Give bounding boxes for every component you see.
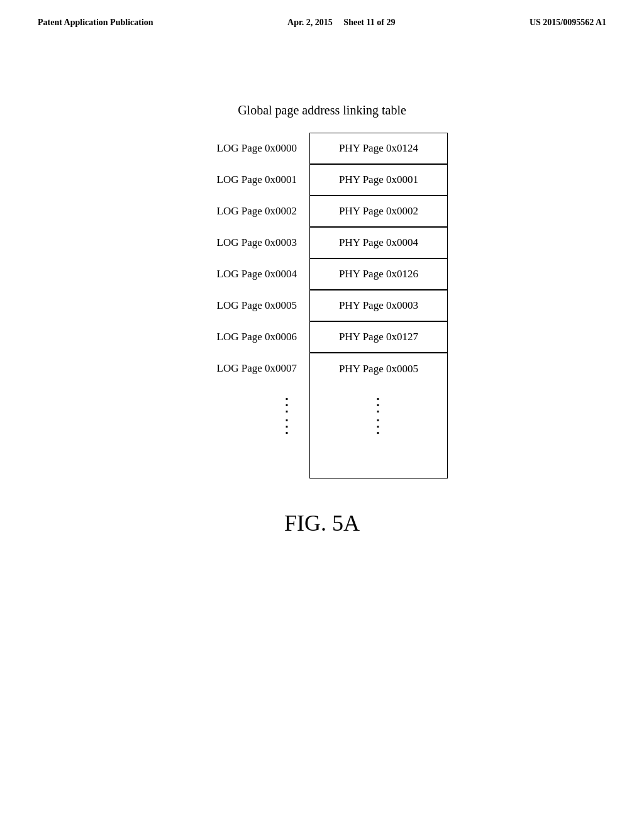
phy-cell: PHY Page 0x0003 — [309, 290, 448, 321]
phy-cell: PHY Page 0x0005 — [309, 353, 448, 384]
dots-left: ⋮⋮ — [278, 394, 297, 436]
table-row: LOG Page 0x0006PHY Page 0x0127 — [171, 321, 473, 353]
table-bottom-border — [171, 447, 473, 460]
phy-cell: PHY Page 0x0001 — [309, 164, 448, 196]
page-header: Patent Application Publication Apr. 2, 2… — [0, 0, 644, 28]
table-row: LOG Page 0x0007PHY Page 0x0005 — [171, 353, 473, 384]
table-title: Global page address linking table — [238, 103, 406, 118]
linking-table: LOG Page 0x0000PHY Page 0x0124LOG Page 0… — [171, 133, 473, 460]
header-date-sheet: Apr. 2, 2015 Sheet 11 of 29 — [287, 18, 395, 28]
header-sheet: Sheet 11 of 29 — [343, 18, 395, 27]
table-row: LOG Page 0x0002PHY Page 0x0002 — [171, 196, 473, 227]
figure-label: FIG. 5A — [284, 510, 360, 536]
table-row: LOG Page 0x0000PHY Page 0x0124 — [171, 133, 473, 164]
table-row: LOG Page 0x0005PHY Page 0x0003 — [171, 290, 473, 321]
log-cell: LOG Page 0x0002 — [171, 196, 309, 227]
phy-cell: PHY Page 0x0127 — [309, 321, 448, 353]
header-publication: Patent Application Publication — [38, 18, 153, 28]
table-row: LOG Page 0x0003PHY Page 0x0004 — [171, 227, 473, 258]
phy-cell: PHY Page 0x0004 — [309, 227, 448, 258]
dots-phy: ⋮⋮ — [309, 384, 448, 447]
log-cell: LOG Page 0x0001 — [171, 164, 309, 196]
header-patent-number: US 2015/0095562 A1 — [530, 18, 606, 28]
log-cell: LOG Page 0x0006 — [171, 321, 309, 353]
phy-cell: PHY Page 0x0002 — [309, 196, 448, 227]
dots-right: ⋮⋮ — [369, 394, 388, 436]
dots-log: ⋮⋮ — [171, 384, 309, 447]
dots-row: ⋮⋮⋮⋮ — [171, 384, 473, 447]
header-date: Apr. 2, 2015 — [287, 18, 333, 27]
phy-cell: PHY Page 0x0126 — [309, 258, 448, 290]
log-cell: LOG Page 0x0003 — [171, 227, 309, 258]
log-cell: LOG Page 0x0004 — [171, 258, 309, 290]
phy-cell: PHY Page 0x0124 — [309, 133, 448, 164]
main-content: Global page address linking table LOG Pa… — [0, 103, 644, 536]
log-cell: LOG Page 0x0007 — [171, 353, 309, 384]
log-cell: LOG Page 0x0005 — [171, 290, 309, 321]
log-cell: LOG Page 0x0000 — [171, 133, 309, 164]
table-row: LOG Page 0x0004PHY Page 0x0126 — [171, 258, 473, 290]
table-row: LOG Page 0x0001PHY Page 0x0001 — [171, 164, 473, 196]
